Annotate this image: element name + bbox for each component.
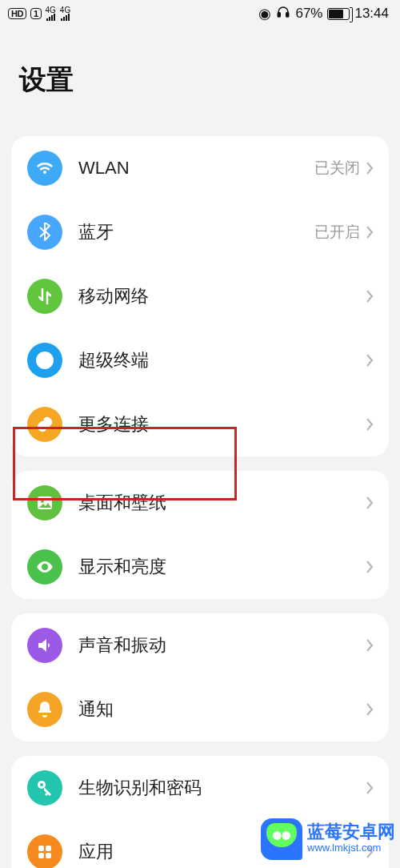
grid-icon [27,834,62,868]
hd-badge: HD [8,8,26,19]
image-icon [27,485,62,520]
status-left: HD 1 4G 4G [8,6,70,21]
row-biometrics-password[interactable]: 生物识别和密码 [11,756,389,820]
settings-group-security: 生物识别和密码 应用 [11,756,389,868]
radar-icon [27,343,62,378]
row-label: 超级终端 [78,348,365,372]
row-label: WLAN [78,158,314,179]
svg-rect-11 [38,853,44,858]
signal-2: 4G [60,6,70,21]
row-value: 已开启 [314,222,360,243]
signal-2-label: 4G [60,6,70,14]
row-value: 已关闭 [314,158,360,179]
settings-group-display: 桌面和壁纸 显示和亮度 [11,471,389,599]
svg-rect-12 [46,853,51,858]
wifi-icon [27,151,62,186]
row-bluetooth[interactable]: 蓝牙 已开启 [11,200,389,264]
row-display-brightness[interactable]: 显示和亮度 [11,535,389,599]
key-icon [27,770,62,806]
svg-rect-10 [46,846,51,851]
settings-group-network: WLAN 已关闭 蓝牙 已开启 移动网络 超级终端 更多连接 [11,136,389,456]
eye-icon [27,549,62,585]
battery-icon [327,8,350,20]
chevron-right-icon [365,494,374,512]
row-super-device[interactable]: 超级终端 [11,328,389,392]
chevron-right-icon [365,159,374,177]
row-label: 显示和亮度 [78,555,365,579]
svg-rect-1 [286,12,289,16]
chevron-right-icon [365,843,374,861]
row-wlan[interactable]: WLAN 已关闭 [11,136,389,200]
svg-point-6 [41,500,44,503]
bell-icon [27,692,62,727]
row-home-wallpaper[interactable]: 桌面和壁纸 [11,471,389,535]
row-mobile-network[interactable]: 移动网络 [11,264,389,328]
row-label: 生物识别和密码 [78,776,365,800]
headphone-icon [276,5,290,23]
battery-text: 67% [295,6,322,22]
row-label: 声音和振动 [78,633,365,657]
svg-point-4 [37,352,53,368]
eye-care-icon: ◉ [258,5,271,22]
status-bar: HD 1 4G 4G ◉ 67% 13:44 [0,0,400,27]
svg-rect-0 [278,12,281,16]
link-icon [27,407,62,442]
svg-point-8 [40,783,43,786]
settings-group-sound: 声音和振动 通知 [11,613,389,741]
row-apps[interactable]: 应用 [11,820,389,868]
row-label: 通知 [78,697,365,721]
signal-1: 4G [46,6,56,21]
bt-icon [27,215,62,250]
row-label: 更多连接 [78,412,365,436]
row-label: 应用 [78,840,365,864]
row-more-connections[interactable]: 更多连接 [11,392,389,456]
chevron-right-icon [365,779,374,797]
chevron-right-icon [365,223,374,241]
row-notifications[interactable]: 通知 [11,677,389,741]
status-right: ◉ 67% 13:44 [258,5,389,23]
sound-icon [27,628,62,663]
svg-rect-9 [38,846,44,851]
chevron-right-icon [365,416,374,433]
row-label: 移动网络 [78,284,365,308]
chevron-right-icon [365,701,374,718]
signal-1-label: 4G [46,6,56,14]
clock: 13:44 [354,6,389,22]
chevron-right-icon [365,558,374,576]
chevron-right-icon [365,287,374,305]
row-label: 桌面和壁纸 [78,491,365,515]
sim-badge: 1 [30,8,42,19]
row-label: 蓝牙 [78,220,314,244]
page-title: 设置 [0,46,400,118]
row-sound-vibration[interactable]: 声音和振动 [11,613,389,677]
arrows-icon [27,279,62,314]
chevron-right-icon [365,637,374,654]
chevron-right-icon [365,352,374,369]
